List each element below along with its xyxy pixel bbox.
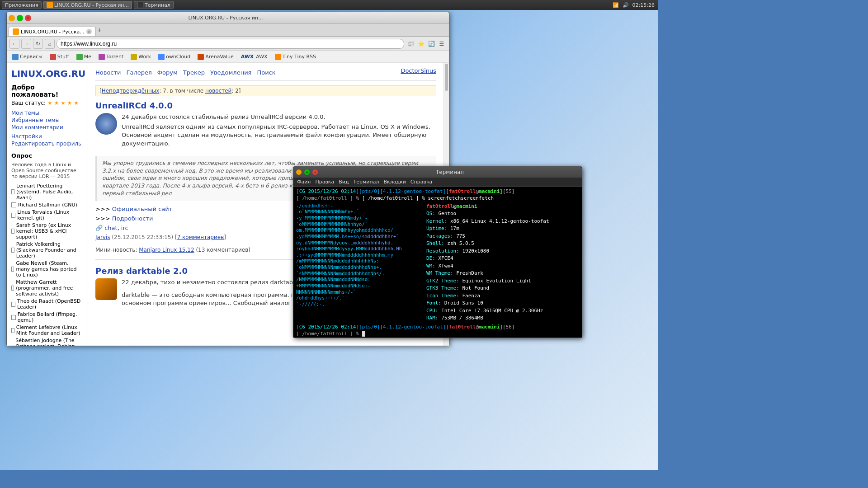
menu-icon[interactable]: ☰ bbox=[437, 39, 446, 48]
bookmark-arena-label: ArenaValue bbox=[205, 54, 234, 60]
article-0-official-link[interactable]: Официальный сайт bbox=[112, 206, 173, 212]
poll-checkbox-1[interactable] bbox=[11, 202, 16, 207]
sysinfo-cpu-key: CPU: bbox=[426, 308, 441, 314]
term-c6: C6 2015/12/26 02:14 bbox=[299, 188, 356, 194]
poll-option-7: Theo de Raadt (OpenBSD Leader) bbox=[11, 298, 83, 310]
bookmark-torrent[interactable]: Torrent bbox=[96, 53, 126, 61]
my-topics-link[interactable]: Мои темы bbox=[11, 110, 39, 116]
unconfirmed-link[interactable]: Неподтверждённых bbox=[102, 88, 160, 94]
new-tab-button[interactable]: + bbox=[96, 26, 104, 34]
reload-button[interactable]: ↻ bbox=[33, 39, 43, 49]
bookmark-star-icon[interactable]: ⭐ bbox=[416, 39, 425, 48]
nav-tracker[interactable]: Трекер bbox=[183, 69, 205, 76]
bookmark-me[interactable]: Me bbox=[74, 53, 94, 61]
terminal-menu-file[interactable]: Файл bbox=[297, 179, 311, 185]
poll-option-label-7: Theo de Raadt (OpenBSD Leader) bbox=[17, 298, 83, 310]
poll-checkbox-7[interactable] bbox=[11, 302, 15, 307]
back-button[interactable]: ← bbox=[9, 39, 19, 49]
sysinfo-de-val: XFCE4 bbox=[439, 255, 453, 261]
article-0-author[interactable]: Jarvis bbox=[95, 234, 110, 240]
lor-sidebar: LINUX.ORG.RU Добро пожаловать! Ваш стату… bbox=[7, 63, 88, 346]
sysinfo-host: macmini bbox=[456, 203, 477, 209]
terminal-content[interactable]: [C6 2015/12/26 02:14][pts/0][4.1.12-gent… bbox=[293, 187, 582, 338]
term-kernel2: [4.1.12-gentoo-toofat] bbox=[380, 324, 446, 330]
work-favicon bbox=[131, 54, 137, 60]
browser-minimize-button[interactable] bbox=[9, 15, 15, 21]
forward-button[interactable]: → bbox=[21, 39, 31, 49]
sysinfo-gtk2: GTK2 Theme: Equinox Evolution Light bbox=[426, 277, 549, 285]
poll-checkbox-6[interactable] bbox=[11, 286, 14, 291]
sysinfo-shell: Shell: zsh 5.0.5 bbox=[426, 240, 549, 248]
sysinfo-gtk3-val: Not Found bbox=[462, 285, 489, 291]
scrollbar-thumb[interactable] bbox=[445, 64, 448, 91]
bookmark-work[interactable]: Work bbox=[128, 53, 154, 61]
browser-maximize-button[interactable] bbox=[17, 15, 23, 21]
terminal-maximize-button[interactable]: + bbox=[304, 169, 310, 175]
terminal-window: + × Терминал Файл Правка Вид Терминал Вк… bbox=[293, 166, 582, 338]
terminal-minimize-button[interactable] bbox=[296, 169, 302, 175]
nav-search[interactable]: Поиск bbox=[257, 69, 275, 76]
article-0-title[interactable]: UnrealIRCd 4.0.0 bbox=[95, 101, 436, 110]
terminal-close-button[interactable]: × bbox=[312, 169, 318, 175]
bookmark-awx[interactable]: AWX AWX bbox=[238, 53, 270, 61]
term-host2: macmini] bbox=[479, 324, 503, 330]
fav-topics-link[interactable]: Избранные темы bbox=[11, 117, 60, 123]
bookmark-services[interactable]: Сервисы bbox=[9, 53, 45, 61]
rss-icon[interactable]: 📰 bbox=[406, 39, 415, 48]
my-comments-link[interactable]: Мои комментарии bbox=[11, 124, 63, 131]
terminal-menubar: Файл Правка Вид Терминал Вкладки Справка bbox=[293, 178, 582, 187]
terminal-menu-edit[interactable]: Правка bbox=[315, 179, 334, 185]
poll-checkbox-2[interactable] bbox=[11, 213, 15, 218]
browser-tab-0[interactable]: LINUX.ORG.RU - Русска... × bbox=[9, 27, 96, 36]
nav-notifications[interactable]: Уведомления bbox=[210, 69, 251, 76]
nav-news[interactable]: Новости bbox=[95, 69, 121, 76]
browser-tabs: LINUX.ORG.RU - Русска... × + bbox=[7, 24, 449, 37]
poll-checkbox-8[interactable] bbox=[11, 315, 16, 320]
poll-option-2: Linus Torvalds (Linux kernel, git) bbox=[11, 209, 83, 221]
poll-checkbox-5[interactable] bbox=[11, 267, 14, 272]
poll-checkbox-3[interactable] bbox=[11, 229, 14, 234]
edit-profile-link[interactable]: Редактировать профиль bbox=[11, 141, 81, 147]
poll-option-5: Gabe Newell (Steam, many games has porte… bbox=[11, 260, 83, 278]
bookmark-rss[interactable]: Tiny Tiny RSS bbox=[272, 53, 319, 61]
tab-close-button[interactable]: × bbox=[86, 29, 92, 34]
desktop: Приложения LINUX.ORG.RU - Русская ин... … bbox=[0, 0, 658, 470]
mini-news-link[interactable]: Manjaro Linux 15.12 bbox=[139, 247, 194, 253]
sysinfo-uptime: Uptime: 17m bbox=[426, 225, 549, 233]
url-input[interactable] bbox=[57, 39, 404, 49]
news-link[interactable]: новостей bbox=[205, 88, 231, 94]
article-0-comments[interactable]: 7 комментариев bbox=[177, 234, 224, 240]
article-0-irc-link[interactable]: irc bbox=[121, 225, 128, 231]
terminal-menu-tabs[interactable]: Вкладки bbox=[383, 179, 406, 185]
bookmark-arena[interactable]: ArenaValue bbox=[195, 53, 236, 61]
bookmark-owncloud[interactable]: ownCloud bbox=[156, 53, 193, 61]
article-0-chat-link[interactable]: chat bbox=[104, 225, 117, 231]
taskbar-left: Приложения LINUX.ORG.RU - Русская ин... … bbox=[0, 1, 174, 9]
sysinfo-icons-key: Icon Theme: bbox=[426, 293, 462, 299]
sysinfo-os-key: OS: bbox=[426, 211, 439, 216]
terminal-menu-help[interactable]: Справка bbox=[410, 179, 432, 185]
browser-close-button[interactable]: × bbox=[25, 15, 31, 21]
poll-title: Опрос bbox=[11, 152, 83, 159]
article-0-details-link[interactable]: Подробности bbox=[112, 215, 153, 222]
bookmark-stuff[interactable]: Stuff bbox=[47, 53, 72, 61]
home-button[interactable]: ⌂ bbox=[45, 39, 55, 49]
taskbar-firefox[interactable]: LINUX.ORG.RU - Русская ин... bbox=[43, 1, 132, 9]
settings-link[interactable]: Настройки bbox=[11, 133, 42, 140]
nav-gallery[interactable]: Галерея bbox=[127, 69, 152, 76]
poll-checkbox-9[interactable] bbox=[11, 328, 14, 333]
me-favicon bbox=[76, 54, 83, 60]
terminal-menu-view[interactable]: Вид bbox=[339, 179, 349, 185]
lor-username[interactable]: DoctorSinus bbox=[401, 67, 436, 74]
sysinfo-wmtheme-val: FreshDark bbox=[456, 270, 483, 276]
taskbar-terminal[interactable]: Терминал bbox=[134, 1, 174, 9]
terminal-menu-terminal[interactable]: Терминал bbox=[354, 179, 379, 185]
nav-forum[interactable]: Форум bbox=[157, 69, 178, 76]
poll-checkbox-0[interactable] bbox=[11, 189, 14, 194]
taskbar-apps-menu[interactable]: Приложения bbox=[2, 1, 42, 9]
term-cmd1-text: [ /home/fat0troll ] % screenfetch bbox=[362, 195, 461, 201]
sync-icon[interactable]: 🔄 bbox=[427, 39, 436, 48]
sysinfo-ram-val: 753MB / 3864MB bbox=[441, 315, 483, 321]
poll-checkbox-4[interactable] bbox=[11, 248, 14, 253]
sysinfo-wm: WM: Xfwm4 bbox=[426, 263, 549, 270]
